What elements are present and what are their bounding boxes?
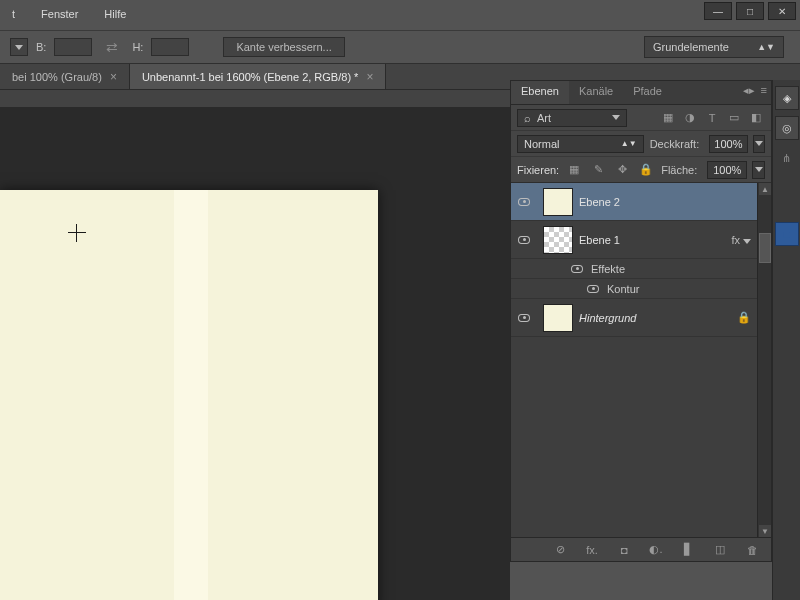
- opacity-label: Deckkraft:: [650, 138, 700, 150]
- scroll-up-button[interactable]: ▲: [759, 183, 771, 195]
- layer-row-ebene-2[interactable]: Ebene 2: [511, 183, 771, 221]
- visibility-toggle[interactable]: [567, 265, 587, 273]
- visibility-toggle[interactable]: [583, 285, 603, 293]
- lock-icon: 🔒: [737, 311, 751, 324]
- filter-shape-icon[interactable]: ▭: [725, 109, 743, 127]
- eye-icon: [587, 285, 599, 293]
- layer-name[interactable]: Hintergrund: [579, 312, 636, 324]
- refine-edge-button[interactable]: Kante verbessern...: [223, 37, 344, 57]
- effect-row-kontur[interactable]: Kontur: [511, 279, 771, 299]
- layer-thumbnail[interactable]: [543, 188, 573, 216]
- crosshair-cursor-icon: [68, 224, 86, 242]
- width-label: B:: [36, 41, 46, 53]
- tab-pfade[interactable]: Pfade: [623, 81, 672, 104]
- dock-color-icon[interactable]: ◎: [775, 116, 799, 140]
- workspace-preset-dropdown[interactable]: Grundelemente ▲▼: [644, 36, 784, 58]
- right-dock: ◈ ◎ ⋔ ■: [772, 80, 800, 600]
- lock-all-icon[interactable]: 🔒: [637, 161, 655, 179]
- swap-wh-icon[interactable]: ⇄: [100, 39, 124, 55]
- document-canvas[interactable]: [0, 190, 378, 600]
- adjustment-layer-icon[interactable]: ◐.: [647, 541, 665, 559]
- link-layers-icon[interactable]: ⊘: [551, 541, 569, 559]
- layer-filter-dropdown[interactable]: ⌕ Art: [517, 109, 627, 127]
- layer-thumbnail[interactable]: [543, 226, 573, 254]
- canvas-area[interactable]: [0, 108, 510, 600]
- close-tab-icon[interactable]: ×: [110, 70, 117, 84]
- width-field[interactable]: [54, 38, 92, 56]
- layer-row-ebene-1[interactable]: Ebene 1 fx: [511, 221, 771, 259]
- chevron-down-icon: [743, 239, 751, 244]
- dock-swatches-icon[interactable]: ◈: [775, 86, 799, 110]
- new-group-icon[interactable]: ▋: [679, 541, 697, 559]
- blend-mode-dropdown[interactable]: Normal ▲▼: [517, 135, 644, 153]
- layer-thumbnail[interactable]: [543, 304, 573, 332]
- search-icon: ⌕: [524, 112, 531, 124]
- filter-text-icon[interactable]: T: [703, 109, 721, 127]
- layers-panel-footer: ⊘ fx. ◘ ◐. ▋ ◫ 🗑: [511, 537, 771, 561]
- layer-filter-bar: ⌕ Art ▦ ◑ T ▭ ◧: [511, 105, 771, 131]
- layers-panel: Ebenen Kanäle Pfade ◂▸ ≡ ⌕ Art ▦ ◑ T ▭ ◧…: [510, 80, 772, 562]
- eye-icon: [518, 314, 530, 322]
- tab-kanaele[interactable]: Kanäle: [569, 81, 623, 104]
- visibility-toggle[interactable]: [511, 314, 537, 322]
- visibility-toggle[interactable]: [511, 236, 537, 244]
- lock-position-icon[interactable]: ✥: [613, 161, 631, 179]
- filter-smartobject-icon[interactable]: ◧: [747, 109, 765, 127]
- effects-heading-row[interactable]: Effekte: [511, 259, 771, 279]
- scroll-down-button[interactable]: ▼: [759, 525, 771, 537]
- document-tab-2[interactable]: Unbenannt-1 bei 1600% (Ebene 2, RGB/8) *…: [130, 64, 387, 89]
- scroll-thumb[interactable]: [759, 233, 771, 263]
- fill-stepper[interactable]: [752, 161, 765, 179]
- height-field[interactable]: [151, 38, 189, 56]
- layer-mask-icon[interactable]: ◘: [615, 541, 633, 559]
- filter-adjustment-icon[interactable]: ◑: [681, 109, 699, 127]
- eye-icon: [518, 198, 530, 206]
- window-close-button[interactable]: ✕: [768, 2, 796, 20]
- lock-label: Fixieren:: [517, 164, 559, 176]
- fill-field[interactable]: 100%: [707, 161, 747, 179]
- panel-menu-icon[interactable]: ≡: [761, 84, 767, 97]
- eye-icon: [518, 236, 530, 244]
- fx-badge[interactable]: fx: [731, 234, 751, 246]
- layers-scrollbar[interactable]: ▲ ▼: [757, 183, 771, 537]
- menubar: t Fenster Hilfe: [8, 6, 130, 26]
- layer-name[interactable]: Ebene 2: [579, 196, 620, 208]
- window-minimize-button[interactable]: —: [704, 2, 732, 20]
- window-maximize-button[interactable]: □: [736, 2, 764, 20]
- layers-list: Ebene 2 Ebene 1 fx Effekte Kontur Hinter…: [511, 183, 771, 537]
- delete-layer-icon[interactable]: 🗑: [743, 541, 761, 559]
- eye-icon: [571, 265, 583, 273]
- lock-pixels-icon[interactable]: ▦: [565, 161, 583, 179]
- dock-tool-icon[interactable]: ⋔: [775, 146, 799, 170]
- dock-panel-blue-icon[interactable]: ■: [775, 222, 799, 246]
- menu-hilfe[interactable]: Hilfe: [100, 6, 130, 26]
- chevron-updown-icon: ▲▼: [757, 42, 775, 52]
- opacity-field[interactable]: 100%: [709, 135, 747, 153]
- lock-fill-bar: Fixieren: ▦ ✎ ✥ 🔒 Fläche: 100%: [511, 157, 771, 183]
- opacity-stepper[interactable]: [753, 135, 765, 153]
- close-tab-icon[interactable]: ×: [366, 70, 373, 84]
- workspace-preset-label: Grundelemente: [653, 41, 729, 53]
- layer-style-icon[interactable]: fx.: [583, 541, 601, 559]
- horizontal-ruler[interactable]: [0, 90, 510, 108]
- new-layer-icon[interactable]: ◫: [711, 541, 729, 559]
- menu-truncated[interactable]: t: [8, 6, 19, 26]
- lock-brush-icon[interactable]: ✎: [589, 161, 607, 179]
- chevron-updown-icon: ▲▼: [621, 139, 637, 148]
- filter-pixel-icon[interactable]: ▦: [659, 109, 677, 127]
- tab-ebenen[interactable]: Ebenen: [511, 81, 569, 104]
- document-tab-label: Unbenannt-1 bei 1600% (Ebene 2, RGB/8) *: [142, 71, 358, 83]
- layer-row-hintergrund[interactable]: Hintergrund 🔒: [511, 299, 771, 337]
- height-label: H:: [132, 41, 143, 53]
- visibility-toggle[interactable]: [511, 198, 537, 206]
- panel-collapse-icon[interactable]: ◂▸: [743, 84, 755, 97]
- panel-tab-bar: Ebenen Kanäle Pfade ◂▸ ≡: [511, 81, 771, 105]
- options-dropdown[interactable]: [10, 38, 28, 56]
- fill-label: Fläche:: [661, 164, 697, 176]
- options-bar: B: ⇄ H: Kante verbessern... Grundelement…: [0, 30, 800, 64]
- effect-name: Kontur: [607, 283, 639, 295]
- blend-opacity-bar: Normal ▲▼ Deckkraft: 100%: [511, 131, 771, 157]
- document-tab-1[interactable]: bei 100% (Grau/8) ×: [0, 64, 130, 89]
- menu-fenster[interactable]: Fenster: [37, 6, 82, 26]
- layer-name[interactable]: Ebene 1: [579, 234, 620, 246]
